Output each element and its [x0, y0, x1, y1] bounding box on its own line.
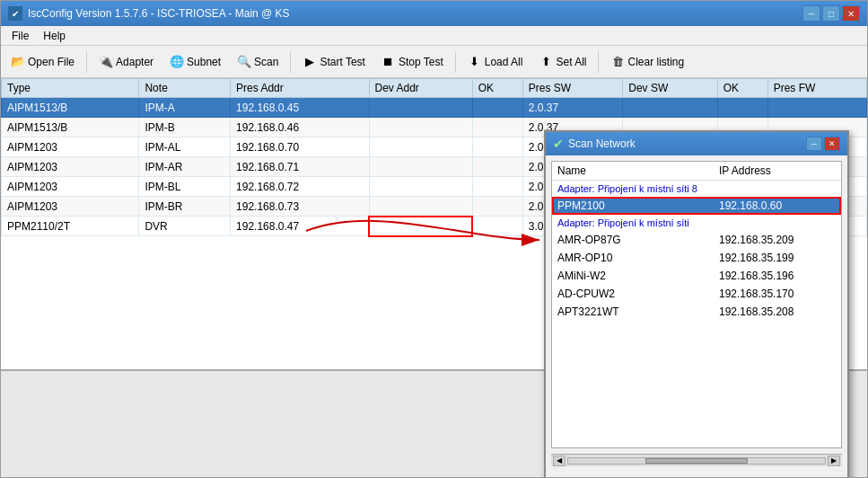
- list-item[interactable]: AMiNi-W2192.168.35.196: [552, 267, 841, 285]
- table-cell: AIPM1203: [2, 137, 139, 157]
- separator-2: [290, 51, 291, 73]
- close-button[interactable]: ✕: [842, 5, 860, 22]
- open-file-label: Open File: [28, 56, 75, 68]
- list-item-name: AMiNi-W2: [557, 270, 719, 282]
- table-cell: [369, 157, 472, 177]
- open-file-button[interactable]: 📂 Open File: [4, 49, 81, 75]
- list-item[interactable]: APT3221WT192.168.35.208: [552, 303, 841, 321]
- stop-test-button[interactable]: ⏹ Stop Test: [375, 49, 450, 75]
- adapter-label-2: Adapter: Připojení k místní síti: [552, 215, 841, 231]
- col-note: Note: [139, 79, 231, 98]
- open-file-icon: 📂: [11, 55, 25, 69]
- maximize-button[interactable]: □: [822, 5, 840, 22]
- table-cell: [472, 157, 522, 177]
- table-cell: [369, 217, 472, 236]
- table-cell: 192.168.0.46: [231, 118, 369, 137]
- dialog-title-bar: ✔ Scan Network ─ ✕: [546, 132, 847, 155]
- col-header-ip: IP Address: [719, 164, 836, 177]
- table-cell: 2.0.37: [522, 98, 623, 118]
- table-cell: AIPM1203: [2, 197, 139, 217]
- set-all-icon: ⬆: [539, 55, 553, 69]
- stop-test-icon: ⏹: [381, 55, 396, 69]
- load-all-icon: ⬇: [468, 55, 482, 69]
- dialog-list-items: AMR-OP87G192.168.35.209AMR-OP10192.168.3…: [552, 231, 841, 321]
- clear-listing-button[interactable]: 🗑 Clear listing: [604, 49, 690, 75]
- table-cell: AIPM1513/B: [2, 98, 139, 118]
- table-cell: IPM-A: [139, 98, 231, 118]
- table-cell: [472, 98, 522, 118]
- dialog-list-header: Name IP Address: [552, 162, 841, 181]
- table-cell: 192.168.0.47: [231, 217, 369, 236]
- subnet-label: Subnet: [187, 56, 221, 68]
- col-pres-fw: Pres FW: [767, 79, 866, 98]
- table-cell: DVR: [139, 217, 231, 236]
- list-item[interactable]: AD-CPUW2192.168.35.170: [552, 285, 841, 303]
- title-bar-left: ✔ IscConfig Version 1.5.7.6 - ISC-TRIOSE…: [8, 6, 290, 21]
- scroll-thumb[interactable]: [645, 458, 748, 464]
- table-cell: AIPM1513/B: [2, 118, 139, 137]
- selected-item-ip: 192.168.0.60: [719, 199, 836, 212]
- scan-icon: 🔍: [237, 55, 251, 69]
- dialog-list-area: Name IP Address Adapter: Připojení k mís…: [551, 161, 842, 448]
- dialog-scrollbar-container: ◀ ▶: [551, 454, 842, 466]
- scroll-left-button[interactable]: ◀: [553, 456, 566, 466]
- set-all-label: Set All: [556, 56, 586, 68]
- table-cell: [472, 118, 522, 137]
- start-test-label: Start Test: [320, 56, 364, 68]
- table-cell: 192.168.0.70: [231, 137, 369, 157]
- table-cell: [369, 98, 472, 118]
- table-cell: [472, 197, 522, 217]
- minimize-button[interactable]: ─: [802, 5, 820, 22]
- dialog-controls: ─ ✕: [806, 137, 840, 151]
- list-item-name: AMR-OP10: [557, 252, 719, 264]
- table-cell: [472, 217, 522, 236]
- selected-list-item[interactable]: PPM2100 192.168.0.60: [552, 197, 841, 215]
- scroll-track[interactable]: [567, 457, 826, 465]
- list-item[interactable]: AMR-OP10192.168.35.199: [552, 249, 841, 267]
- col-pres-addr: Pres Addr: [231, 79, 369, 98]
- menu-help[interactable]: Help: [36, 28, 73, 44]
- dialog-close-button[interactable]: ✕: [824, 137, 840, 151]
- dialog-scrollbar[interactable]: ◀ ▶: [551, 454, 842, 466]
- dialog-title-icon: ✔: [553, 137, 564, 151]
- subnet-button[interactable]: 🌐 Subnet: [163, 49, 227, 75]
- menu-file[interactable]: File: [4, 28, 36, 44]
- list-item-ip: 192.168.35.199: [719, 252, 836, 264]
- list-item[interactable]: AMR-OP87G192.168.35.209: [552, 231, 841, 249]
- table-cell: IPM-BR: [139, 197, 231, 217]
- scan-dialog: ✔ Scan Network ─ ✕ Name IP Address: [544, 130, 849, 477]
- toolbar: 📂 Open File 🔌 Adapter 🌐 Subnet 🔍 Scan ▶ …: [1, 46, 867, 78]
- content-area: Type Note Pres Addr Dev Addr OK Pres SW …: [1, 78, 867, 477]
- col-type: Type: [2, 79, 139, 98]
- dialog-minimize-button[interactable]: ─: [806, 137, 822, 151]
- separator-4: [598, 51, 599, 73]
- col-ok2: OK: [717, 79, 767, 98]
- col-ok1: OK: [472, 79, 522, 98]
- start-test-button[interactable]: ▶ Start Test: [296, 49, 371, 75]
- table-cell: 192.168.0.72: [231, 177, 369, 197]
- col-pres-sw: Pres SW: [522, 79, 623, 98]
- table-cell: IPM-AR: [139, 157, 231, 177]
- table-cell: [369, 177, 472, 197]
- load-all-label: Load All: [485, 56, 523, 68]
- set-all-button[interactable]: ⬆ Set All: [532, 49, 592, 75]
- table-cell: [472, 137, 522, 157]
- scan-button[interactable]: 🔍 Scan: [231, 49, 285, 75]
- title-bar: ✔ IscConfig Version 1.5.7.6 - ISC-TRIOSE…: [1, 1, 867, 26]
- table-cell: [369, 137, 472, 157]
- table-row[interactable]: AIPM1513/BIPM-A192.168.0.452.0.37: [2, 98, 867, 118]
- scroll-right-button[interactable]: ▶: [828, 456, 840, 466]
- main-window: ✔ IscConfig Version 1.5.7.6 - ISC-TRIOSE…: [0, 0, 868, 478]
- separator-3: [455, 51, 456, 73]
- adapter-icon: 🔌: [99, 55, 113, 69]
- adapter-button[interactable]: 🔌 Adapter: [92, 49, 160, 75]
- window-title: IscConfig Version 1.5.7.6 - ISC-TRIOSEA …: [28, 7, 290, 20]
- list-item-ip: 192.168.35.209: [719, 234, 836, 246]
- scan-label: Scan: [254, 56, 278, 68]
- dialog-title-text: Scan Network: [568, 137, 636, 150]
- load-all-button[interactable]: ⬇ Load All: [461, 49, 530, 75]
- table-cell: [623, 98, 717, 118]
- table-cell: [717, 98, 767, 118]
- table-cell: IPM-BL: [139, 177, 231, 197]
- stop-test-label: Stop Test: [399, 56, 443, 68]
